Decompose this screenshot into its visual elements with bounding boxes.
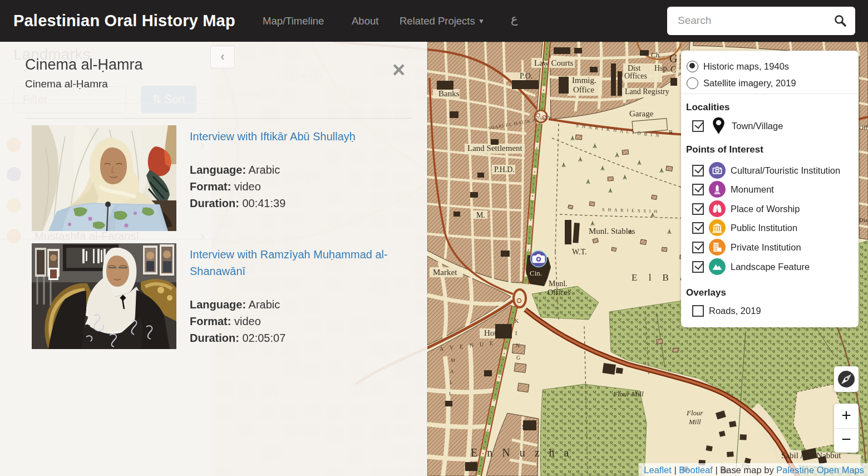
svg-text:Banks: Banks	[438, 89, 460, 98]
svg-text:Munl. Stables: Munl. Stables	[589, 227, 635, 235]
svg-text:U: U	[480, 341, 484, 347]
svg-text:Munl.: Munl.	[549, 279, 568, 288]
svg-text:Land Settlement: Land Settlement	[467, 144, 523, 153]
svg-text:Sabil Abu Nabbut: Sabil Abu Nabbut	[781, 451, 841, 460]
svg-text:E: E	[490, 340, 493, 346]
svg-text:A: A	[440, 346, 444, 352]
svg-text:Cin.: Cin.	[530, 269, 542, 277]
svg-text:Mill: Mill	[688, 418, 701, 426]
svg-text:N: N	[470, 342, 474, 349]
svg-text:P.H.D.: P.H.D.	[494, 165, 515, 174]
svg-text:V: V	[450, 345, 454, 351]
svg-text:M: M	[451, 357, 455, 363]
svg-text:P.O.: P.O.	[520, 72, 532, 80]
svg-text:G: G	[516, 355, 520, 361]
svg-text:Sch.: Sch.	[466, 465, 478, 473]
svg-text:L: L	[450, 380, 453, 385]
svg-text:M.: M.	[476, 211, 485, 219]
svg-text:G: G	[669, 52, 677, 65]
svg-text:N: N	[516, 342, 520, 349]
svg-text:K: K	[448, 402, 452, 408]
svg-text:Ch: Ch	[651, 51, 660, 59]
svg-text:Dist: Dist	[628, 64, 640, 72]
svg-text:E n N u z h a: E n N u z h a	[471, 446, 572, 459]
svg-text:Offices: Offices	[624, 72, 647, 80]
svg-text:A: A	[450, 369, 454, 374]
svg-text:Flour: Flour	[686, 409, 704, 417]
svg-text:C: C	[670, 65, 677, 74]
svg-text:K: K	[515, 318, 519, 324]
svg-text:Immig.: Immig.	[572, 76, 596, 85]
svg-text:I: I	[515, 330, 517, 336]
svg-text:Hsp.: Hsp.	[654, 64, 669, 72]
svg-text:Law Courts: Law Courts	[534, 58, 574, 67]
svg-text:E: E	[460, 343, 463, 350]
svg-text:E l B a: E l B a	[632, 272, 689, 283]
svg-text:Flour Mill: Flour Mill	[613, 390, 644, 398]
svg-text:Off: Off	[859, 124, 867, 131]
svg-text:Land Registry: Land Registry	[625, 87, 669, 96]
svg-text:Dis: Dis	[859, 217, 867, 223]
svg-text:Office: Office	[573, 85, 594, 94]
svg-text:R.: R.	[669, 129, 674, 135]
svg-text:Hotel: Hotel	[484, 328, 502, 337]
svg-text:Market: Market	[433, 268, 457, 277]
svg-text:I: I	[449, 391, 451, 396]
svg-text:Offices: Offices	[548, 288, 570, 297]
svg-text:Garage: Garage	[629, 109, 654, 118]
svg-text:W.T.: W.T.	[572, 248, 586, 256]
svg-text:Sch.: Sch.	[522, 423, 534, 431]
